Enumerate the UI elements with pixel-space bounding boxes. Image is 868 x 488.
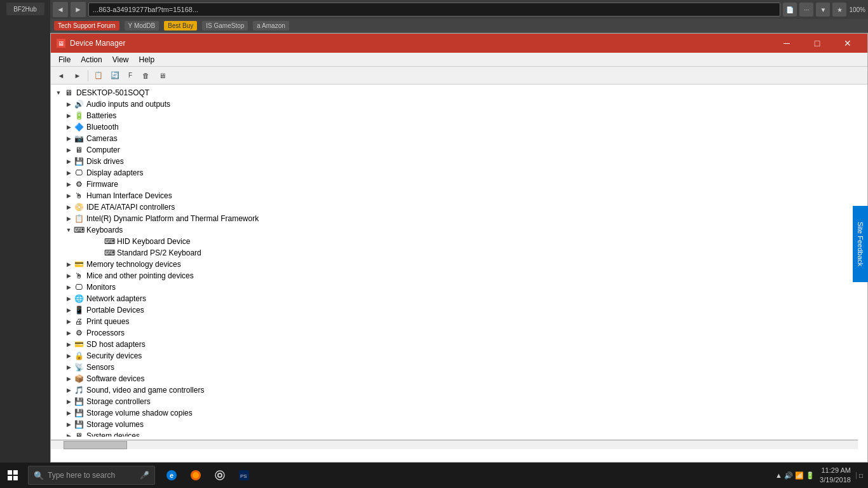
toolbar-sep1 [88, 70, 88, 81]
tree-item-processors[interactable]: ▶ ⚙ Processors [51, 327, 858, 339]
tree-item-cameras[interactable]: ▶ 📷 Cameras [51, 133, 858, 144]
tree-item-sound[interactable]: ▶ 🎵 Sound, video and game controllers [51, 384, 858, 396]
hid-keyboard-expand [94, 236, 104, 247]
tree-item-security[interactable]: ▶ 🔒 Security devices [51, 350, 858, 362]
ide-expand: ▶ [64, 202, 74, 212]
tree-item-display[interactable]: ▶ 🖵 Display adapters [51, 167, 858, 179]
taskbar-firefox[interactable] [184, 463, 207, 487]
tree-item-memory[interactable]: ▶ 💳 Memory technology devices [51, 259, 858, 270]
search-placeholder: Type here to search [48, 471, 115, 480]
tree-item-audio[interactable]: ▶ 🔊 Audio inputs and outputs [51, 98, 858, 110]
hid-icon: 🖱 [74, 191, 84, 201]
tree-item-ps2-keyboard[interactable]: ⌨ Standard PS/2 Keyboard [51, 247, 858, 259]
h-scrollbar[interactable] [51, 440, 858, 449]
tech-support-bookmark[interactable]: Tech Support Forum [54, 21, 119, 30]
firmware-label: Firmware [86, 180, 118, 189]
show-desktop[interactable]: □ [856, 472, 863, 479]
menu-view[interactable]: View [107, 54, 134, 65]
toolbar-forward[interactable]: ► [70, 69, 85, 83]
bestbuy-bookmark[interactable]: Best Buy [164, 21, 197, 30]
tree-item-hid[interactable]: ▶ 🖱 Human Interface Devices [51, 190, 858, 201]
batteries-icon: 🔋 [74, 111, 84, 121]
back-button[interactable]: ◄ [53, 2, 68, 17]
hid-keyboard-label: HID Keyboard Device [117, 237, 190, 246]
tree-item-sd[interactable]: ▶ 💳 SD host adapters [51, 339, 858, 350]
toolbar-update[interactable]: 🔄 [107, 69, 123, 83]
audio-icon: 🔊 [74, 99, 84, 109]
tree-item-batteries[interactable]: ▶ 🔋 Batteries [51, 110, 858, 121]
monitors-icon: 🖵 [74, 282, 84, 292]
taskbar-settings[interactable] [208, 463, 231, 487]
menu-file[interactable]: File [53, 54, 76, 65]
print-label: Print queues [86, 317, 129, 326]
system-label: System devices [86, 431, 140, 437]
bookmark-icon[interactable]: ★ [832, 3, 846, 17]
security-expand: ▶ [64, 351, 74, 361]
software-label: Software devices [86, 374, 144, 383]
taskbar-powershell[interactable]: PS [233, 463, 255, 487]
gamestop-bookmark[interactable]: IS GameStop [202, 21, 248, 30]
toolbar-scan[interactable]: 🖥 [154, 69, 170, 83]
sensors-icon: 📡 [74, 362, 84, 372]
tree-item-mice[interactable]: ▶ 🖱 Mice and other pointing devices [51, 270, 858, 281]
intel-label: Intel(R) Dynamic Platform and Thermal Fr… [86, 214, 259, 223]
title-bar: 🖥 Device Manager ─ □ ✕ [51, 34, 867, 53]
reader-icon[interactable]: 📄 [783, 3, 797, 17]
disk-label: Disk drives [86, 157, 124, 166]
tree-item-intel[interactable]: ▶ 📋 Intel(R) Dynamic Platform and Therma… [51, 213, 858, 224]
storage-shadow-icon: 💾 [74, 408, 84, 418]
pocket-icon[interactable]: ▼ [816, 3, 830, 17]
tree-item-sensors[interactable]: ▶ 📡 Sensors [51, 362, 858, 373]
svg-point-9 [215, 471, 224, 480]
toolbar-uninstall[interactable]: 🗑 [138, 69, 153, 83]
taskbar-icons: e PS [160, 463, 255, 487]
sound-icon: 🎵 [74, 385, 84, 395]
tree-item-ide[interactable]: ▶ 📀 IDE ATA/ATAPI controllers [51, 201, 858, 213]
tree-item-monitors[interactable]: ▶ 🖵 Monitors [51, 281, 858, 293]
toolbar-properties[interactable]: 📋 [91, 69, 106, 83]
print-icon: 🖨 [74, 316, 84, 327]
sensors-label: Sensors [86, 363, 114, 372]
close-button[interactable]: ✕ [833, 34, 862, 53]
tree-item-network[interactable]: ▶ 🌐 Network adapters [51, 293, 858, 304]
tree-item-storage[interactable]: ▶ 💾 Storage controllers [51, 396, 858, 407]
tree-item-storage-shadow[interactable]: ▶ 💾 Storage volume shadow copies [51, 407, 858, 419]
tree-item-hid-keyboard[interactable]: ⌨ HID Keyboard Device [51, 236, 858, 247]
bf2hub-logo[interactable]: BF2Hub [13, 6, 37, 13]
toolbar-back[interactable]: ◄ [53, 69, 69, 83]
display-label: Display adapters [86, 168, 143, 177]
forward-button[interactable]: ► [71, 2, 86, 17]
menu-help[interactable]: Help [134, 54, 160, 65]
sound-label: Sound, video and game controllers [86, 386, 204, 395]
clock: 11:29 AM 3/19/2018 [820, 466, 851, 485]
storage-vol-expand: ▶ [64, 419, 74, 430]
maximize-button[interactable]: □ [803, 34, 832, 53]
tree-item-keyboards[interactable]: ▼ ⌨ Keyboards [51, 224, 858, 236]
tree-view[interactable]: ▼ 🖥 DESKTOP-501SOQT ▶ 🔊 Audio inputs and… [51, 85, 858, 437]
tree-item-firmware[interactable]: ▶ ⚙ Firmware [51, 179, 858, 190]
tree-item-print[interactable]: ▶ 🖨 Print queues [51, 316, 858, 327]
disk-expand: ▶ [64, 156, 74, 166]
more-icon[interactable]: ··· [799, 3, 813, 17]
moddb-bookmark[interactable]: Y ModDB [125, 21, 159, 30]
system-expand: ▶ [64, 431, 74, 437]
tree-item-storage-vol[interactable]: ▶ 💾 Storage volumes [51, 419, 858, 430]
search-bar[interactable]: 🔍 Type here to search 🎤 [28, 466, 155, 485]
tree-item-computer[interactable]: ▶ 🖥 Computer [51, 144, 858, 156]
amazon-bookmark[interactable]: a Amazon [253, 21, 288, 30]
tree-item-disk[interactable]: ▶ 💾 Disk drives [51, 156, 858, 167]
address-bar[interactable] [88, 3, 780, 17]
feedback-tab[interactable]: Site Feedback [853, 206, 868, 282]
tree-item-portable[interactable]: ▶ 📱 Portable Devices [51, 304, 858, 316]
menu-action[interactable]: Action [76, 54, 107, 65]
start-button[interactable] [0, 463, 25, 488]
taskbar-edge[interactable]: e [160, 463, 183, 487]
minimize-button[interactable]: ─ [772, 34, 801, 53]
toolbar-fb[interactable]: F [124, 69, 137, 83]
tree-root[interactable]: ▼ 🖥 DESKTOP-501SOQT [51, 87, 858, 98]
monitors-label: Monitors [86, 283, 116, 292]
tree-item-system[interactable]: ▶ 🖥 System devices [51, 430, 858, 437]
tree-item-software[interactable]: ▶ 📦 Software devices [51, 373, 858, 384]
tree-item-bluetooth[interactable]: ▶ 🔷 Bluetooth [51, 121, 858, 133]
h-scrollbar-thumb[interactable] [64, 441, 127, 449]
